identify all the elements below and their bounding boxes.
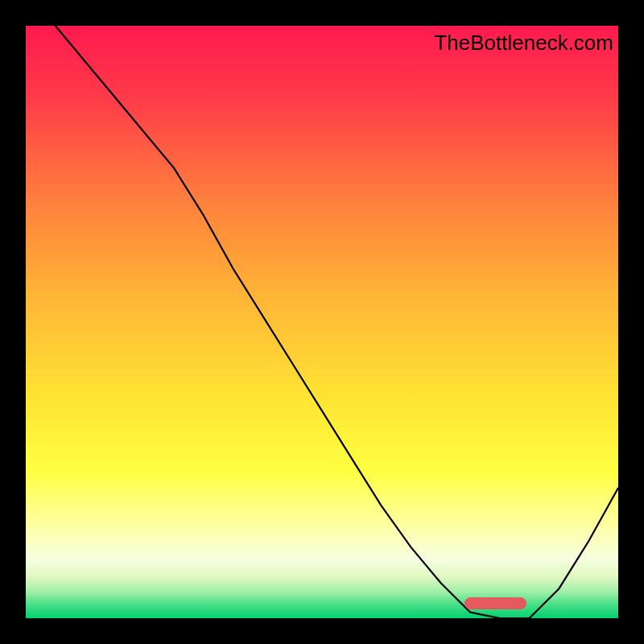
optimal-range-marker bbox=[464, 597, 526, 609]
chart-frame: TheBottleneck.com bbox=[0, 0, 644, 644]
bottleneck-curve bbox=[26, 26, 618, 618]
plot-area: TheBottleneck.com bbox=[26, 26, 618, 618]
